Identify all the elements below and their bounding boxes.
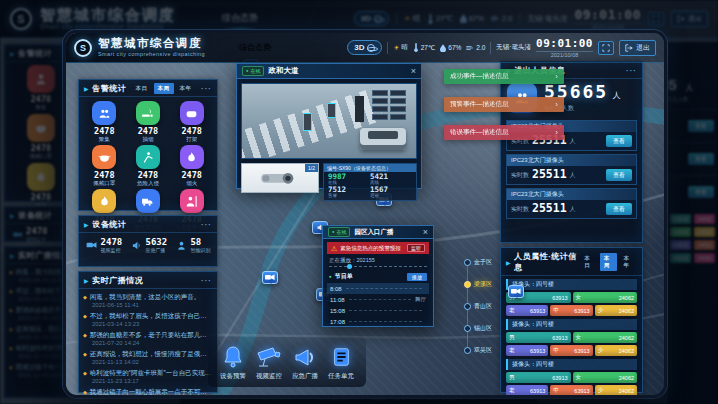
- cctv-icon: [256, 345, 282, 369]
- device-stat-broadcast[interactable]: 5632应急广播: [131, 238, 167, 253]
- camera-feed[interactable]: [241, 83, 417, 159]
- camera-marker[interactable]: [508, 285, 524, 298]
- dock-emergency-broadcast-button[interactable]: 应急广播: [292, 345, 318, 381]
- tab-week[interactable]: 本周: [600, 253, 618, 271]
- chip-elder[interactable]: 老63913: [506, 305, 548, 316]
- district-item[interactable]: 锡山区: [464, 317, 492, 339]
- alarm-tile-fight[interactable]: 2478打架: [170, 100, 213, 143]
- tab-week[interactable]: 本周: [154, 83, 174, 94]
- district-item-active[interactable]: 梁溪区: [464, 273, 492, 295]
- chip-adult[interactable]: 中63913: [550, 305, 592, 316]
- dock: 设备预警 视频监控 应急广播 任务单元: [208, 337, 366, 387]
- broadcast-item[interactable]: 我通过镜子向一颗心脏展示一点于不可言说的最终规则…2021-11-03 13:1…: [83, 386, 213, 398]
- playback-slider[interactable]: [329, 266, 427, 270]
- weather-temp: 27℃: [413, 43, 436, 52]
- broadcast-item[interactable]: 还真报说，我幻想过，慢慢消瘦了是俄个大容量硬盘…2021-11-13 14:02: [83, 348, 213, 367]
- chip-young[interactable]: 少24062: [595, 305, 637, 316]
- chevron-right-icon: ›: [555, 100, 558, 109]
- thumbnail-count-tag: 1/2: [305, 164, 318, 172]
- schedule-row[interactable]: 8:08: [327, 283, 429, 294]
- alarm-tile-mask[interactable]: 2478佩戴口罩: [83, 144, 126, 187]
- mode-3d-toggle[interactable]: 3D: [347, 40, 382, 55]
- toast-warning[interactable]: 预警事件—描述信息›: [444, 97, 564, 112]
- broadcast-item[interactable]: 闲逛，我当到清楚，这是小区的声音。2021-06-15 11:41: [83, 291, 213, 310]
- broadcast-item[interactable]: 那强的血糖差不多，老子只要站在那儿一站，正是之气短…2021-07-20 14:…: [83, 329, 213, 348]
- logout-button[interactable]: 退出: [619, 40, 656, 56]
- chip-female[interactable]: 女24062: [573, 332, 638, 343]
- bullet-camera-icon: [260, 170, 300, 186]
- cigarette-icon: [141, 107, 154, 120]
- camera-metric: 7512告警: [328, 186, 370, 199]
- schedule-row[interactable]: 15:08: [327, 305, 429, 316]
- droplet-icon: [440, 44, 446, 52]
- screen: S 智慧城市综合调度 Smart city comprehensive disp…: [0, 0, 718, 404]
- broadcast-item[interactable]: 不过，我却松了眉头，反悟这孩子自己的问题？2021-03-14 13:23: [83, 310, 213, 329]
- broadcast-panel: ▶实时广播情况 ··· 闲逛，我当到清楚，这是小区的声音。2021-06-15 …: [78, 271, 218, 393]
- fullscreen-icon[interactable]: [598, 41, 614, 55]
- chip-female[interactable]: 女24062: [573, 372, 638, 383]
- alarm-tile-smoke-fire[interactable]: 2478烟火: [170, 144, 213, 187]
- device-stat-ai[interactable]: 58智能识别: [176, 238, 210, 253]
- thermometer-icon: [413, 43, 419, 52]
- device-title: 设备统计: [92, 219, 126, 230]
- alarm-tile-gather[interactable]: 2478聚集: [83, 100, 126, 143]
- play-button[interactable]: 播放: [407, 273, 427, 281]
- people-total-unit: 人: [613, 91, 621, 100]
- speaker-icon: [131, 240, 142, 251]
- attributes-tabs: 本日 本周 本年: [580, 253, 637, 271]
- car-detection: [360, 128, 406, 150]
- schedule-row[interactable]: 11:08舞厅: [327, 294, 429, 305]
- camera-marker[interactable]: [262, 271, 278, 284]
- slider-handle[interactable]: [347, 264, 352, 269]
- toast-success[interactable]: 成功事件—描述信息›: [444, 69, 564, 84]
- camera-device-thumbnail[interactable]: 1/2: [241, 163, 319, 193]
- camera-info-title: 编号-SX90（设备状态信息）: [324, 164, 416, 172]
- attribute-group: 摄像头：四号楼 男63913 女24062 老63913 中63913 少240…: [506, 319, 637, 356]
- chip-male[interactable]: 男63913: [506, 332, 571, 343]
- online-badge: 在线: [328, 227, 350, 237]
- chip-female[interactable]: 女24062: [573, 292, 638, 303]
- listen-button[interactable]: 监听: [407, 244, 425, 252]
- chip-young[interactable]: 少24062: [595, 385, 637, 396]
- district-item[interactable]: 双吴区: [464, 339, 492, 361]
- clock: 09:01:00 2021/10/08: [536, 37, 593, 58]
- broadcast-item[interactable]: 哈利波特里的“阿兹卡班斯”一台自己实现的反弹，型下…2021-11-23 13:…: [83, 367, 213, 386]
- chip-adult[interactable]: 中63913: [550, 345, 592, 356]
- view-button[interactable]: 查看: [606, 135, 632, 147]
- tab-overview[interactable]: 综合态势: [231, 40, 279, 55]
- chip-adult[interactable]: 中63913: [550, 385, 592, 396]
- chip-elder[interactable]: 老63913: [506, 345, 548, 356]
- camera-metric: 1567巡检: [370, 186, 412, 199]
- dock-video-monitor-button[interactable]: 视频监控: [256, 345, 282, 381]
- chip-elder[interactable]: 老63913: [506, 385, 548, 396]
- tab-year[interactable]: 本年: [619, 253, 637, 271]
- district-item[interactable]: 金子区: [464, 251, 492, 273]
- close-icon[interactable]: ×: [411, 67, 416, 76]
- weather-sun: ☀晴: [393, 43, 407, 52]
- attribute-group: 摄像头：四号楼 男63913 女24062 老63913 中63913 少240…: [506, 359, 637, 396]
- alarm-tile-intrusion[interactable]: 2478危险入侵: [127, 144, 170, 187]
- online-badge: 在线: [242, 66, 264, 76]
- alarm-panel: ▶告警统计 本日 本周 本年 ··· 2478聚集 2478抽烟: [78, 79, 218, 211]
- schedule-row[interactable]: 17:08: [327, 316, 429, 327]
- tab-day[interactable]: 本日: [580, 253, 598, 271]
- location-label: 无锡·鼋头渚: [496, 43, 531, 52]
- device-stat-video[interactable]: 2478视频监控: [86, 238, 123, 253]
- broadcast-popup-header: 在线 园区入口广播 ×: [323, 226, 433, 239]
- view-button[interactable]: 查看: [606, 169, 632, 181]
- chip-young[interactable]: 少24062: [595, 345, 637, 356]
- toast-error[interactable]: 错误事件—描述信息›: [444, 125, 564, 140]
- tab-day[interactable]: 本日: [132, 83, 152, 94]
- tab-year[interactable]: 本年: [176, 83, 196, 94]
- fist-icon: [185, 107, 198, 120]
- app-brand: 智慧城市综合调度 Smart city comprehensive dispat…: [98, 38, 205, 57]
- district-item[interactable]: 青山区: [464, 295, 492, 317]
- view-button[interactable]: 查看: [606, 203, 632, 215]
- alarm-tile-smoking[interactable]: 2478抽烟: [127, 100, 170, 143]
- attributes-title: 人员属性·统计信息: [514, 251, 577, 273]
- dock-task-unit-button[interactable]: 任务单元: [328, 345, 354, 381]
- chip-male[interactable]: 男63913: [506, 372, 571, 383]
- camera-popup-header: 在线 政和大道 ×: [237, 64, 421, 79]
- dock-device-alarm-button[interactable]: 设备预警: [220, 345, 246, 381]
- close-icon[interactable]: ×: [423, 228, 428, 237]
